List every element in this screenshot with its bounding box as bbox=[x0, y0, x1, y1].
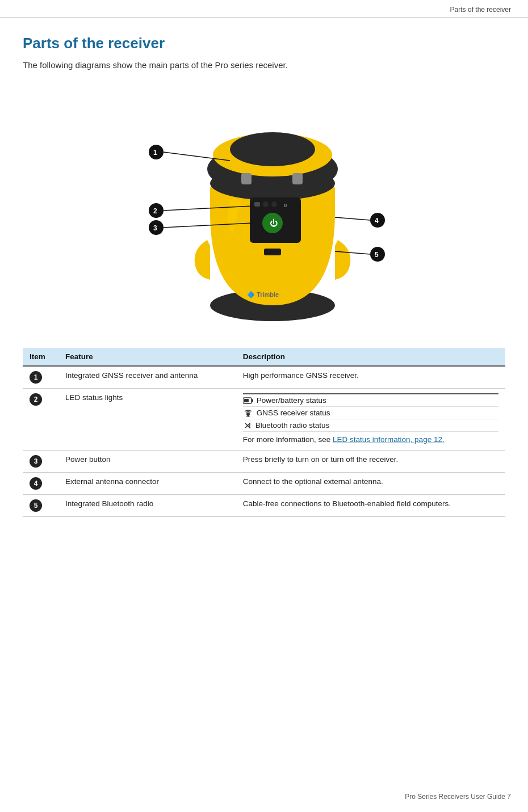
table-header-row: Item Feature Description bbox=[23, 348, 505, 366]
feature-cell-2: LED status lights bbox=[58, 389, 236, 451]
receiver-diagram: 0 ⏻ 🔷 Trimble 1 2 3 4 bbox=[105, 87, 423, 331]
col-feature: Feature bbox=[58, 348, 236, 366]
svg-point-9 bbox=[263, 201, 269, 207]
item-badge-cell: 4 bbox=[23, 473, 58, 495]
svg-rect-14 bbox=[264, 249, 281, 255]
item-badge-cell: 3 bbox=[23, 451, 58, 473]
led-gnss: GNSS receiver status bbox=[243, 407, 498, 419]
table-row: 4 External antenna connector Connect to … bbox=[23, 473, 505, 495]
item-badge-cell: 2 bbox=[23, 389, 58, 451]
table-row: 1 Integrated GNSS receiver and antenna H… bbox=[23, 366, 505, 389]
battery-icon bbox=[243, 397, 253, 404]
col-item: Item bbox=[23, 348, 58, 366]
svg-text:⏻: ⏻ bbox=[270, 218, 278, 228]
svg-text:🔷 Trimble: 🔷 Trimble bbox=[247, 291, 279, 298]
led-bluetooth: Bluetooth radio status bbox=[243, 419, 498, 432]
desc-cell-5: Cable-free connections to Bluetooth-enab… bbox=[236, 495, 505, 517]
svg-text:3: 3 bbox=[153, 224, 157, 232]
page-title: Parts of the receiver bbox=[23, 35, 505, 52]
desc-cell-4: Connect to the optional external antenna… bbox=[236, 473, 505, 495]
item-badge-1: 1 bbox=[30, 371, 42, 384]
svg-text:1: 1 bbox=[153, 149, 157, 157]
desc-cell-3: Press briefly to turn on or turn off the… bbox=[236, 451, 505, 473]
led-status-link[interactable]: LED status information, page 12. bbox=[333, 435, 445, 444]
gnss-icon bbox=[243, 409, 253, 417]
header-title: Parts of the receiver bbox=[450, 6, 511, 14]
table-row: For more information, see LED status inf… bbox=[243, 432, 498, 446]
led-sub-table: Power/battery status bbox=[243, 393, 498, 445]
col-description: Description bbox=[236, 348, 505, 366]
item-badge-cell: 1 bbox=[23, 366, 58, 389]
table-row: 5 Integrated Bluetooth radio Cable-free … bbox=[23, 495, 505, 517]
page-header: Parts of the receiver bbox=[0, 0, 528, 18]
svg-text:2: 2 bbox=[153, 207, 157, 215]
svg-text:4: 4 bbox=[375, 217, 379, 225]
item-badge-4: 4 bbox=[30, 477, 42, 490]
bluetooth-icon bbox=[243, 422, 252, 430]
led-note: For more information, see LED status inf… bbox=[243, 432, 498, 446]
svg-text:5: 5 bbox=[375, 251, 379, 259]
parts-table: Item Feature Description 1 Integrated GN… bbox=[23, 348, 505, 517]
item-badge-cell: 5 bbox=[23, 495, 58, 517]
svg-rect-5 bbox=[241, 173, 252, 184]
table-row: 3 Power button Press briefly to turn on … bbox=[23, 451, 505, 473]
desc-cell-1: High performance GNSS receiver. bbox=[236, 366, 505, 389]
svg-rect-8 bbox=[254, 202, 260, 207]
page-footer-right: Pro Series Receivers User Guide 7 bbox=[405, 793, 511, 801]
svg-rect-33 bbox=[244, 399, 249, 402]
feature-cell-3: Power button bbox=[58, 451, 236, 473]
table-row: 2 LED status lights bbox=[23, 389, 505, 451]
svg-point-4 bbox=[230, 132, 315, 166]
svg-rect-6 bbox=[292, 173, 303, 184]
led-battery: Power/battery status bbox=[243, 394, 498, 407]
desc-cell-2: Power/battery status bbox=[236, 389, 505, 451]
feature-cell-1: Integrated GNSS receiver and antenna bbox=[58, 366, 236, 389]
table-row: GNSS receiver status bbox=[243, 407, 498, 419]
item-badge-3: 3 bbox=[30, 455, 42, 468]
svg-point-10 bbox=[271, 201, 277, 207]
item-badge-2: 2 bbox=[30, 393, 42, 406]
feature-cell-4: External antenna connector bbox=[58, 473, 236, 495]
svg-line-27 bbox=[335, 217, 370, 220]
table-row: Bluetooth radio status bbox=[243, 419, 498, 432]
table-row: Power/battery status bbox=[243, 394, 498, 407]
feature-cell-5: Integrated Bluetooth radio bbox=[58, 495, 236, 517]
intro-paragraph: The following diagrams show the main par… bbox=[23, 60, 505, 70]
svg-rect-32 bbox=[252, 399, 253, 402]
svg-text:0: 0 bbox=[284, 203, 287, 208]
receiver-svg: 0 ⏻ 🔷 Trimble 1 2 3 4 bbox=[105, 87, 423, 331]
item-badge-5: 5 bbox=[30, 499, 42, 512]
